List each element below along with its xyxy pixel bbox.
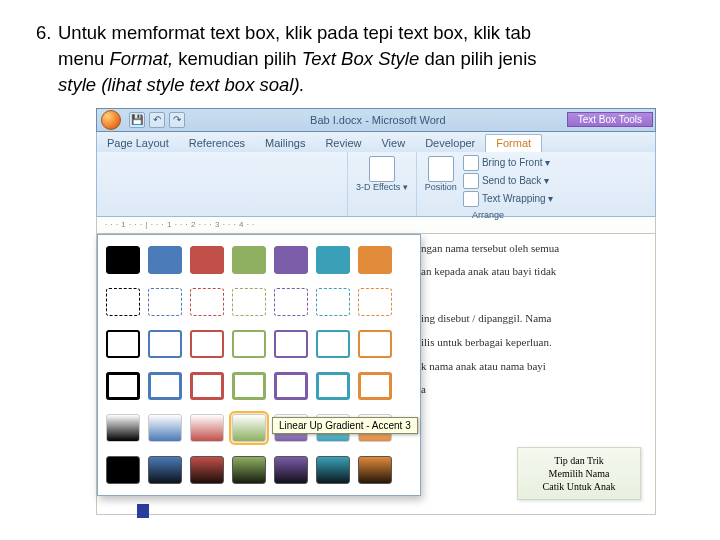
style-swatch[interactable] — [232, 246, 266, 274]
style-swatch[interactable] — [148, 414, 182, 442]
style-swatch[interactable] — [316, 246, 350, 274]
style-swatch[interactable] — [316, 456, 350, 484]
page-marker — [137, 504, 149, 518]
position-icon — [428, 156, 454, 182]
style-swatch[interactable] — [358, 372, 392, 400]
style-swatch[interactable] — [106, 246, 140, 274]
document-line: k nama anak atau nama bayi — [421, 358, 559, 376]
tab-mailings[interactable]: Mailings — [255, 135, 315, 152]
style-swatch[interactable] — [106, 414, 140, 442]
qat-redo-icon[interactable]: ↷ — [169, 112, 185, 128]
style-swatch[interactable] — [316, 372, 350, 400]
style-swatch[interactable] — [232, 456, 266, 484]
style-swatch[interactable] — [106, 330, 140, 358]
style-swatch[interactable] — [190, 330, 224, 358]
style-swatch[interactable] — [148, 372, 182, 400]
style-swatch[interactable] — [358, 456, 392, 484]
ribbon: 3-D Effects ▾ Position Bring to Front ▾ … — [96, 152, 656, 217]
tab-review[interactable]: Review — [315, 135, 371, 152]
style-swatch[interactable] — [106, 288, 140, 316]
style-swatch[interactable] — [190, 372, 224, 400]
word-screenshot: 💾 ↶ ↷ Bab I.docx - Microsoft Word Text B… — [96, 108, 656, 515]
style-swatch[interactable] — [274, 372, 308, 400]
send-to-back-button[interactable]: Send to Back ▾ — [461, 172, 556, 190]
cube-icon — [369, 156, 395, 182]
position-button[interactable]: Position — [421, 154, 461, 208]
tab-references[interactable]: References — [179, 135, 255, 152]
style-swatch[interactable] — [148, 330, 182, 358]
style-swatch[interactable] — [274, 288, 308, 316]
style-tooltip: Linear Up Gradient - Accent 3 — [272, 417, 418, 434]
ribbon-tabs: Page LayoutReferencesMailingsReviewViewD… — [96, 132, 656, 152]
group-label-arrange: Arrange — [421, 209, 556, 220]
group-effects: 3-D Effects ▾ — [347, 152, 416, 216]
style-swatch[interactable] — [148, 246, 182, 274]
tab-page-layout[interactable]: Page Layout — [97, 135, 179, 152]
step-number: 6. — [36, 20, 58, 46]
style-swatch[interactable] — [190, 288, 224, 316]
text-box-style-gallery[interactable]: Linear Up Gradient - Accent 3 — [97, 234, 421, 496]
style-swatch[interactable] — [358, 330, 392, 358]
document-area: Linear Up Gradient - Accent 3 ngan nama … — [96, 234, 656, 515]
style-swatch[interactable] — [232, 330, 266, 358]
context-tab-label: Text Box Tools — [567, 112, 653, 127]
document-line: an kepada anak atau bayi tidak — [421, 263, 559, 281]
document-line — [421, 287, 559, 305]
qat-save-icon[interactable]: 💾 — [129, 112, 145, 128]
title-bar: 💾 ↶ ↷ Bab I.docx - Microsoft Word Text B… — [96, 108, 656, 132]
group-arrange: Position Bring to Front ▾ Send to Back ▾… — [416, 152, 560, 216]
style-swatch[interactable] — [358, 246, 392, 274]
style-swatch[interactable] — [106, 456, 140, 484]
style-swatch[interactable] — [316, 288, 350, 316]
window-title: Bab I.docx - Microsoft Word — [189, 114, 567, 126]
style-swatch[interactable] — [190, 414, 224, 442]
style-swatch[interactable] — [316, 330, 350, 358]
office-button[interactable] — [101, 110, 121, 130]
bring-to-front-button[interactable]: Bring to Front ▾ — [461, 154, 556, 172]
style-swatch[interactable] — [274, 246, 308, 274]
instruction-text: 6.Untuk memformat text box, klik pada te… — [36, 20, 684, 98]
style-swatch[interactable] — [148, 456, 182, 484]
style-swatch[interactable] — [232, 372, 266, 400]
style-swatch[interactable] — [232, 288, 266, 316]
send-back-icon — [463, 173, 479, 189]
tab-developer[interactable]: Developer — [415, 135, 485, 152]
bring-front-icon — [463, 155, 479, 171]
tab-format[interactable]: Format — [485, 134, 542, 152]
text-box-callout[interactable]: Tip dan Trik Memilih Nama Catik Untuk An… — [517, 447, 641, 500]
style-swatch[interactable] — [190, 246, 224, 274]
document-line: ilis untuk berbagai keperluan. — [421, 334, 559, 352]
document-line: ing disebut / dipanggil. Nama — [421, 310, 559, 328]
style-swatch[interactable] — [106, 372, 140, 400]
qat-undo-icon[interactable]: ↶ — [149, 112, 165, 128]
style-swatch[interactable] — [274, 456, 308, 484]
style-swatch[interactable] — [190, 456, 224, 484]
style-swatch[interactable] — [274, 330, 308, 358]
style-swatch[interactable] — [232, 414, 266, 442]
text-wrapping-button[interactable]: Text Wrapping ▾ — [461, 190, 556, 208]
tab-view[interactable]: View — [371, 135, 415, 152]
document-line: ngan nama tersebut oleh semua — [421, 240, 559, 258]
wrap-icon — [463, 191, 479, 207]
3d-effects-button[interactable]: 3-D Effects ▾ — [352, 154, 412, 194]
style-swatch[interactable] — [148, 288, 182, 316]
horizontal-ruler: · · · 1 · · · | · · · 1 · · · 2 · · · 3 … — [96, 217, 656, 234]
document-line: a — [421, 381, 559, 399]
style-swatch[interactable] — [358, 288, 392, 316]
